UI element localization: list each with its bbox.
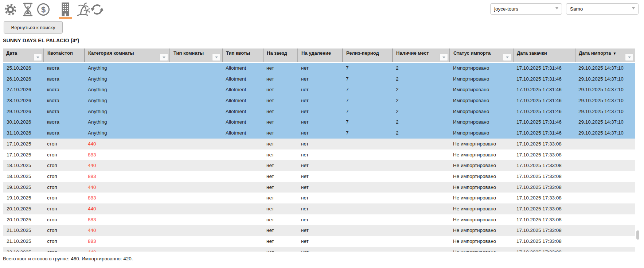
- cell-release-period: 7: [342, 63, 392, 74]
- table-row[interactable]: 21.10.2025стоп883нетнетНе импортировано1…: [3, 236, 635, 247]
- column-header-room-type[interactable]: Тип комнаты: [169, 48, 222, 62]
- cell-quota-stop: квота: [43, 106, 84, 117]
- filter-button[interactable]: [160, 54, 168, 61]
- cell-quota-stop: стоп: [43, 214, 84, 225]
- cell-import-date: [575, 160, 635, 171]
- cell-import-status: Не импортировано: [449, 203, 513, 214]
- back-to-search-button[interactable]: Вернуться к поиску: [4, 21, 63, 34]
- cell-on-delete: нет: [297, 193, 342, 203]
- column-label: На заезд: [267, 50, 287, 56]
- table-row[interactable]: 31.10.2026квотаAnythingAllotmentнетнет72…: [3, 128, 635, 139]
- cell-date: 29.10.2026: [3, 106, 43, 117]
- cell-upload-date: 17.10.2025 17:31:46: [513, 74, 575, 85]
- column-header-import-date[interactable]: Дата импорта▼: [575, 48, 635, 62]
- column-header-quota-type[interactable]: Тип квоты: [222, 48, 263, 62]
- table-row[interactable]: 19.10.2025стоп883нетнетНе импортировано1…: [3, 193, 635, 203]
- cell-import-date: [575, 225, 635, 236]
- toolbar-button-refresh[interactable]: [90, 2, 104, 17]
- table-body: 25.10.2026квотаAnythingAllotmentнетнет72…: [3, 63, 635, 252]
- hourglass-icon: [22, 2, 34, 17]
- operator-select[interactable]: joyce-tours: [490, 3, 562, 15]
- cell-quota-stop: квота: [43, 63, 84, 74]
- filter-button[interactable]: [34, 54, 42, 61]
- column-header-on-arrival[interactable]: На заезд: [263, 48, 297, 62]
- cell-quota-type: [222, 225, 263, 236]
- cell-room-category: 440: [84, 203, 169, 214]
- toolbar-button-excursions[interactable]: [74, 2, 90, 17]
- column-header-date[interactable]: Дата: [3, 48, 43, 62]
- table-row[interactable]: 21.10.2025стоп440нетнетНе импортировано1…: [3, 225, 635, 236]
- column-header-release-period[interactable]: Релиз-период: [342, 48, 392, 62]
- cell-on-delete: нет: [297, 247, 342, 252]
- column-header-on-delete[interactable]: На удаление: [297, 48, 342, 62]
- filter-button[interactable]: [503, 54, 511, 61]
- table-row[interactable]: 20.10.2025стоп440нетнетНе импортировано1…: [3, 203, 635, 214]
- cell-date: 17.10.2025: [3, 139, 43, 149]
- column-label: На удаление: [301, 50, 331, 56]
- cell-import-date: [575, 139, 635, 149]
- table-row[interactable]: 18.10.2025стоп883нетнетНе импортировано1…: [3, 171, 635, 182]
- cell-release-period: [342, 236, 392, 247]
- cell-on-arrival: нет: [263, 117, 297, 128]
- cell-on-arrival: нет: [263, 171, 297, 182]
- table-row[interactable]: 20.10.2025стоп883нетнетНе импортировано1…: [3, 214, 635, 225]
- cell-on-delete: нет: [297, 95, 342, 106]
- column-header-availability[interactable]: Наличие мест: [392, 48, 449, 62]
- column-header-room-category[interactable]: Категория комнаты: [84, 48, 169, 62]
- table-row[interactable]: 25.10.2026квотаAnythingAllotmentнетнет72…: [3, 63, 635, 74]
- vertical-scrollbar-thumb[interactable]: [636, 230, 639, 240]
- cell-availability: [392, 149, 449, 160]
- toolbar-button-hourglass[interactable]: [22, 2, 34, 17]
- provider-select[interactable]: Samo: [566, 3, 639, 15]
- column-label: Статус импорта: [453, 50, 491, 56]
- toolbar-button-settings[interactable]: [3, 2, 17, 18]
- cell-release-period: [342, 214, 392, 225]
- cell-room-category: 883: [84, 171, 169, 182]
- table-row[interactable]: 27.10.2026квотаAnythingAllotmentнетнет72…: [3, 84, 635, 95]
- cell-upload-date: 17.10.2025 17:31:46: [513, 128, 575, 139]
- cell-room-category: Anything: [84, 63, 169, 74]
- cell-date: 30.10.2026: [3, 117, 43, 128]
- cell-room-type: [169, 106, 222, 117]
- column-header-quota-stop[interactable]: Квота/стоп: [43, 48, 84, 62]
- toolbar-button-hotels[interactable]: [59, 2, 71, 17]
- column-header-import-status[interactable]: Статус импорта: [449, 48, 513, 62]
- table-row[interactable]: 22.10.2025стоп440нетнетНе импортировано1…: [3, 247, 635, 252]
- cell-release-period: 7: [342, 128, 392, 139]
- cell-date: 26.10.2026: [3, 74, 43, 85]
- cell-quota-stop: стоп: [43, 160, 84, 171]
- filter-button[interactable]: [625, 54, 633, 61]
- cell-import-status: Не импортировано: [449, 182, 513, 193]
- cell-import-date: [575, 149, 635, 160]
- table-row[interactable]: 18.10.2025стоп440нетнетНе импортировано1…: [3, 160, 635, 171]
- toolbar-button-currency[interactable]: $: [36, 2, 50, 17]
- table-row[interactable]: 17.10.2025стоп883нетнетНе импортировано1…: [3, 149, 635, 160]
- cell-upload-date: 17.10.2025 17:33:08: [513, 160, 575, 171]
- table-row[interactable]: 30.10.2026квотаAnythingAllotmentнетнет72…: [3, 117, 635, 128]
- cell-release-period: [342, 160, 392, 171]
- filter-dropdown-icon: [506, 57, 509, 58]
- column-header-upload-date[interactable]: Дата закачки: [513, 48, 575, 62]
- cell-import-status: Не импортировано: [449, 149, 513, 160]
- filter-button[interactable]: [212, 54, 220, 61]
- cell-import-date: 29.10.2025 14:37:10: [575, 128, 635, 139]
- column-label: Категория комнаты: [88, 50, 134, 56]
- table-row[interactable]: 19.10.2025стоп440нетнетНе импортировано1…: [3, 182, 635, 193]
- table-row[interactable]: 17.10.2025стоп440нетнетНе импортировано1…: [3, 139, 635, 149]
- cell-quota-stop: квота: [43, 84, 84, 95]
- column-label: Тип комнаты: [173, 50, 204, 56]
- cell-quota-type: [222, 139, 263, 149]
- column-label: Дата: [6, 50, 17, 56]
- cell-quota-type: Allotment: [222, 63, 263, 74]
- table-row[interactable]: 28.10.2026квотаAnythingAllotmentнетнет72…: [3, 95, 635, 106]
- table-row[interactable]: 29.10.2026квотаAnythingAllotmentнетнет72…: [3, 106, 635, 117]
- table-row[interactable]: 26.10.2026квотаAnythingAllotmentнетнет72…: [3, 74, 635, 85]
- cell-upload-date: 17.10.2025 17:33:08: [513, 139, 575, 149]
- filter-button[interactable]: [440, 54, 448, 61]
- cell-room-category: Anything: [84, 95, 169, 106]
- cell-quota-stop: стоп: [43, 203, 84, 214]
- cell-on-delete: нет: [297, 117, 342, 128]
- cell-room-type: [169, 225, 222, 236]
- cell-quota-stop: квота: [43, 95, 84, 106]
- cell-date: 25.10.2026: [3, 63, 43, 74]
